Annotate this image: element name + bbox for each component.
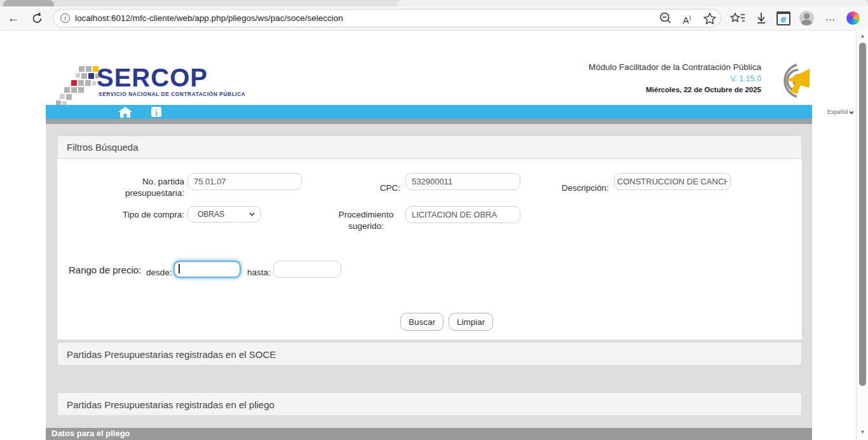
sercop-wordmark: SERCOP bbox=[97, 64, 208, 92]
language-select[interactable]: Español bbox=[822, 107, 857, 116]
tab-strip-highlight bbox=[397, 0, 868, 6]
zoom-out-icon[interactable] bbox=[656, 10, 675, 27]
module-header-text: Módulo Facilitador de la Contratación Pú… bbox=[539, 62, 761, 93]
scroll-down-button[interactable]: ▼ bbox=[857, 427, 868, 437]
vertical-scrollbar[interactable]: ▲ ▼ bbox=[856, 29, 868, 440]
tipo-compra-select[interactable]: OBRAS bbox=[187, 206, 261, 223]
scroll-thumb[interactable] bbox=[859, 43, 866, 386]
copilot-icon[interactable] bbox=[846, 11, 860, 25]
ie-mode-icon[interactable]: e bbox=[776, 11, 790, 25]
tipo-compra-value: OBRAS bbox=[198, 210, 224, 219]
profile-avatar[interactable] bbox=[799, 11, 814, 25]
sercop-emblem-icon bbox=[761, 61, 813, 99]
url-text[interactable]: localhost:6012/mfc-cliente/web/app.php/p… bbox=[75, 13, 343, 23]
text-caret bbox=[179, 264, 180, 273]
procedimiento-input[interactable] bbox=[405, 206, 520, 223]
page-info-icon[interactable]: i bbox=[60, 13, 70, 23]
info-icon: i bbox=[155, 109, 157, 118]
cpc-input[interactable] bbox=[405, 173, 520, 190]
bookmark-star-icon[interactable] bbox=[700, 10, 719, 27]
hasta-label: hasta: bbox=[247, 267, 271, 278]
chevron-down-icon bbox=[850, 110, 854, 114]
module-title: Módulo Facilitador de la Contratación Pú… bbox=[539, 62, 761, 72]
more-options-button[interactable]: … bbox=[822, 6, 839, 31]
desde-wrap bbox=[173, 261, 241, 278]
favorites-bar-icon[interactable] bbox=[728, 6, 747, 31]
hasta-input[interactable] bbox=[273, 261, 341, 278]
procedimiento-label: Procedimiento sugerido: bbox=[330, 209, 402, 232]
cpc-label: CPC: bbox=[343, 182, 400, 194]
section-soce-header[interactable]: Partidas Presupuestarias registradas en … bbox=[57, 342, 802, 366]
version-label: V. 1.15.0 bbox=[539, 74, 761, 83]
buscar-button[interactable]: Buscar bbox=[400, 313, 444, 331]
language-value: Español bbox=[827, 109, 848, 115]
rango-precio-label: Rango de precio: bbox=[69, 265, 141, 276]
web-page: SERCOP SERVICIO NACIONAL DE CONTRATACIÓN… bbox=[0, 31, 856, 440]
reload-button[interactable] bbox=[28, 6, 47, 31]
desde-input[interactable] bbox=[173, 261, 241, 278]
date-label: Miércoles, 22 de Octubre de 2025 bbox=[539, 86, 761, 93]
main-nav-bar: i Español bbox=[46, 105, 812, 119]
sercop-subtitle: SERVICIO NACIONAL DE CONTRATACIÓN PÚBLIC… bbox=[98, 91, 245, 97]
partida-label: No. partida presupuestaria: bbox=[114, 176, 184, 199]
descripcion-label: Descripción: bbox=[552, 182, 609, 194]
browser-tab[interactable] bbox=[3, 0, 54, 6]
download-icon[interactable] bbox=[752, 6, 771, 31]
nav-shadow-strip bbox=[46, 119, 812, 124]
filtros-header: Filtros Búsqueda bbox=[57, 135, 802, 159]
descripcion-input[interactable] bbox=[614, 173, 731, 190]
back-button[interactable]: ← bbox=[5, 6, 22, 31]
info-button[interactable]: i bbox=[151, 107, 161, 117]
address-bar[interactable]: i localhost:6012/mfc-cliente/web/app.php… bbox=[53, 9, 721, 27]
limpiar-button[interactable]: Limpiar bbox=[449, 313, 493, 331]
partida-input[interactable] bbox=[187, 173, 302, 190]
desde-label: desde: bbox=[146, 267, 172, 278]
read-aloud-icon[interactable]: A) bbox=[677, 10, 696, 27]
scroll-up-button[interactable]: ▲ bbox=[857, 31, 868, 41]
section-pliego-header[interactable]: Partidas Presupuestarias registradas en … bbox=[57, 392, 802, 416]
browser-toolbar: ← i localhost:6012/mfc-cliente/web/app.p… bbox=[0, 6, 868, 31]
tab-strip bbox=[0, 0, 868, 6]
tipo-compra-label: Tipo de compra: bbox=[114, 209, 184, 221]
datos-pliego-bar: Datos para el pliego bbox=[46, 428, 812, 440]
chevron-down-icon bbox=[249, 210, 254, 216]
home-button[interactable] bbox=[118, 107, 133, 118]
home-icon bbox=[118, 107, 132, 118]
browser-window: ← i localhost:6012/mfc-cliente/web/app.p… bbox=[0, 0, 868, 440]
